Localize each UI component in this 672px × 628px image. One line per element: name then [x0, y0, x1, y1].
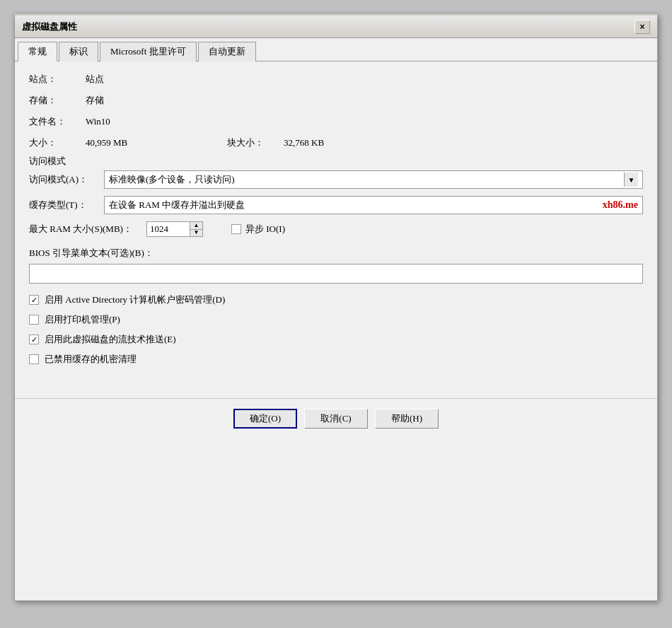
- checkboxes-section: 启用 Active Directory 计算机帐户密码管理(D) 启用打印机管理…: [29, 293, 643, 366]
- title-bar: 虚拟磁盘属性 ×: [15, 16, 657, 38]
- cache-type-value: 在设备 RAM 中缓存并溢出到硬盘: [109, 199, 596, 211]
- ram-spinner: ▲ ▼: [190, 222, 202, 236]
- size-value: 40,959 MB: [86, 137, 213, 149]
- access-mode-label: 访问模式(A)：: [29, 173, 100, 186]
- filename-row: 文件名： Win10: [29, 115, 643, 128]
- size-label: 大小：: [29, 136, 86, 149]
- checkbox4[interactable]: [29, 354, 39, 364]
- tab-general[interactable]: 常规: [18, 42, 57, 62]
- bios-label: BIOS 引导菜单文本(可选)(B)：: [29, 247, 643, 260]
- checkbox1-row: 启用 Active Directory 计算机帐户密码管理(D): [29, 293, 643, 306]
- async-io-label: 异步 IO(I): [245, 223, 285, 236]
- size-row: 大小： 40,959 MB 块大小： 32,768 KB: [29, 136, 643, 149]
- cache-type-combobox[interactable]: 在设备 RAM 中缓存并溢出到硬盘 xh86.me: [104, 196, 643, 214]
- checkbox1-label: 启用 Active Directory 计算机帐户密码管理(D): [45, 293, 225, 306]
- filename-value: Win10: [86, 116, 110, 127]
- checkbox2-row: 启用打印机管理(P): [29, 313, 643, 326]
- async-io-group: 异步 IO(I): [231, 223, 285, 236]
- ram-spinner-down[interactable]: ▼: [190, 230, 202, 237]
- checkbox4-row: 已禁用缓存的机密清理: [29, 353, 643, 366]
- checkbox1[interactable]: [29, 295, 39, 305]
- site-value: 站点: [86, 73, 104, 86]
- storage-label: 存储：: [29, 94, 86, 107]
- close-button[interactable]: ×: [635, 20, 650, 34]
- async-io-checkbox[interactable]: [231, 224, 241, 234]
- access-mode-title: 访问模式: [29, 155, 643, 168]
- tab-bar: 常规 标识 Microsoft 批里许可 自动更新: [15, 38, 657, 62]
- ram-spinner-up[interactable]: ▲: [190, 222, 202, 230]
- cache-type-row: 缓存类型(T)： 在设备 RAM 中缓存并溢出到硬盘 xh86.me: [29, 196, 643, 214]
- block-label: 块大小：: [227, 136, 284, 149]
- async-io-checkbox-item: 异步 IO(I): [231, 223, 285, 236]
- tab-microsoft[interactable]: Microsoft 批里许可: [100, 42, 197, 62]
- checkbox4-label: 已禁用缓存的机密清理: [45, 353, 137, 366]
- bios-input[interactable]: [29, 264, 643, 284]
- access-mode-row: 访问模式(A)： 标准映像(多个设备，只读访问) ▼: [29, 170, 643, 189]
- site-label: 站点：: [29, 73, 86, 86]
- checkbox2[interactable]: [29, 315, 39, 325]
- tab-autoupdate[interactable]: 自动更新: [198, 42, 256, 62]
- storage-value: 存储: [86, 94, 104, 107]
- content-area: 站点： 站点 存储： 存储 文件名： Win10 大小： 40,959 MB 块…: [15, 62, 657, 391]
- access-mode-arrow[interactable]: ▼: [624, 173, 638, 187]
- filename-label: 文件名：: [29, 115, 86, 128]
- bios-section: BIOS 引导菜单文本(可选)(B)：: [29, 247, 643, 284]
- checkbox2-label: 启用打印机管理(P): [45, 313, 120, 326]
- dialog-title: 虚拟磁盘属性: [22, 21, 77, 33]
- help-button[interactable]: 帮助(H): [375, 409, 439, 429]
- checkbox3[interactable]: [29, 335, 39, 344]
- ram-input-group: ▲ ▼: [146, 221, 203, 237]
- cancel-button[interactable]: 取消(C): [304, 409, 368, 429]
- ok-button[interactable]: 确定(O): [233, 409, 297, 429]
- ram-row: 最大 RAM 大小(S)(MB)： ▲ ▼ 异步 IO(I): [29, 221, 643, 237]
- ram-label: 最大 RAM 大小(S)(MB)：: [29, 223, 142, 236]
- button-row: 确定(O) 取消(C) 帮助(H): [15, 398, 657, 438]
- access-mode-combobox[interactable]: 标准映像(多个设备，只读访问) ▼: [104, 170, 643, 189]
- checkbox3-label: 启用此虚拟磁盘的流技术推送(E): [45, 333, 176, 346]
- watermark: xh86.me: [603, 199, 638, 211]
- dialog: 虚拟磁盘属性 × 常规 标识 Microsoft 批里许可 自动更新 站点： 站…: [14, 14, 658, 601]
- access-mode-value: 标准映像(多个设备，只读访问): [109, 173, 624, 186]
- storage-row: 存储： 存储: [29, 94, 643, 107]
- site-row: 站点： 站点: [29, 73, 643, 86]
- tab-identify[interactable]: 标识: [59, 42, 98, 62]
- ram-input[interactable]: [147, 222, 190, 236]
- block-value: 32,768 KB: [284, 137, 324, 149]
- checkbox3-row: 启用此虚拟磁盘的流技术推送(E): [29, 333, 643, 346]
- cache-type-label: 缓存类型(T)：: [29, 199, 100, 211]
